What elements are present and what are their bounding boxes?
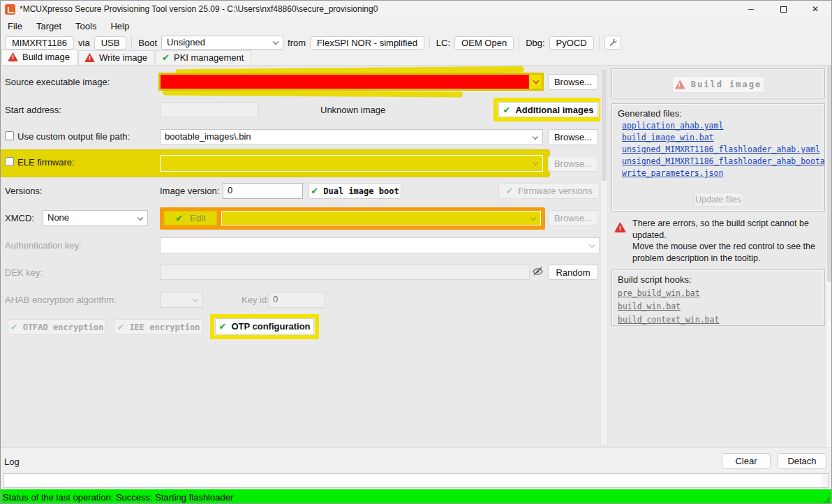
ele-firmware-label: ELE firmware:	[17, 157, 75, 168]
build-script-hooks-group: Build script hooks: pre_build_win.bat bu…	[611, 269, 825, 326]
ele-firmware-browse-button: Browse...	[548, 156, 598, 172]
window-scrollbar[interactable]	[826, 66, 832, 447]
menu-bar: File Target Tools Help	[1, 17, 831, 34]
tab-strip: Build image Write image ✔ PKI management	[1, 51, 831, 66]
xmcd-edit-button: ✔ Edit	[164, 211, 217, 225]
browse-label: Browse...	[554, 158, 592, 169]
close-button[interactable]: ✕	[799, 1, 831, 17]
menu-tools[interactable]: Tools	[68, 20, 103, 33]
check-icon: ✔	[505, 186, 513, 196]
source-image-browse-button[interactable]: Browse...	[548, 74, 598, 90]
scrollbar-thumb[interactable]	[602, 69, 607, 181]
image-version-label: Image version:	[160, 186, 219, 196]
ahab-algorithm-combobox	[160, 292, 203, 308]
menu-file[interactable]: File	[1, 20, 29, 33]
processor-button[interactable]: MIMXRT1186	[5, 36, 74, 50]
menu-target[interactable]: Target	[29, 20, 68, 33]
warning-icon	[614, 222, 626, 232]
toolbar-separator	[131, 36, 132, 49]
firmware-versions-label: Firmware versions	[518, 186, 592, 196]
generated-file-link[interactable]: unsigned_MIMXRT1186_flashloader_ahab_boo…	[622, 156, 824, 166]
minimize-button[interactable]: ─	[735, 1, 767, 17]
boot-type-combobox[interactable]: Unsigned	[161, 36, 283, 50]
check-icon: ✔	[117, 322, 124, 332]
connection-button[interactable]: USB	[94, 36, 127, 50]
versions-label: Versions:	[5, 186, 42, 196]
minimize-icon: ─	[748, 4, 755, 14]
eye-slash-icon[interactable]	[532, 265, 544, 280]
toolbar-separator	[519, 36, 519, 49]
ele-firmware-checkbox[interactable]	[5, 157, 14, 166]
debugger-button[interactable]: PyOCD	[549, 36, 594, 50]
iee-label: IEE encryption	[129, 323, 200, 332]
dek-random-button[interactable]: Random	[548, 265, 598, 280]
build-image-group: Build image	[611, 68, 825, 98]
key-id-label: Key id:	[242, 295, 269, 305]
highlight-marker	[163, 89, 463, 97]
tab-pki-management[interactable]: ✔ PKI management	[156, 50, 251, 65]
menu-help[interactable]: Help	[103, 20, 136, 33]
log-detach-button[interactable]: Detach	[778, 453, 826, 469]
build-image-button-label: Build image	[691, 80, 762, 89]
generated-file-link[interactable]: build_image_win.bat	[622, 133, 824, 142]
life-cycle-button[interactable]: OEM Open	[454, 36, 514, 50]
hook-link[interactable]: build_win.bat	[618, 302, 824, 311]
output-path-checkbox[interactable]	[5, 131, 14, 140]
xmcd-edit-label: Edit	[190, 213, 205, 223]
output-path-browse-button[interactable]: Browse...	[548, 129, 598, 145]
via-label: via	[78, 38, 90, 48]
chevron-down-icon	[533, 78, 539, 84]
close-icon: ✕	[812, 4, 819, 14]
xmcd-file-combobox[interactable]	[221, 211, 541, 225]
maximize-button[interactable]	[767, 1, 799, 17]
xmcd-browse-button: Browse...	[548, 210, 598, 226]
iee-encryption-button: ✔ IEE encryption	[114, 319, 203, 335]
tab-build-image[interactable]: Build image	[1, 50, 77, 65]
toolbar-separator	[599, 36, 600, 49]
generated-file-link[interactable]: write_parameters.json	[622, 168, 824, 178]
browse-label: Browse...	[554, 77, 592, 87]
hook-link[interactable]: pre_build_win.bat	[618, 288, 824, 298]
tab-build-image-label: Build image	[22, 52, 70, 62]
xmcd-label: XMCD:	[5, 213, 34, 223]
source-image-combobox[interactable]	[158, 73, 544, 91]
hook-link[interactable]: build_context_win.bat	[618, 315, 824, 325]
settings-wrench-button[interactable]	[604, 36, 621, 50]
form-scrollbar[interactable]	[600, 67, 608, 446]
image-version-value: 0	[228, 185, 232, 195]
ele-firmware-combobox[interactable]	[160, 155, 543, 172]
output-path-label: Use custom output file path:	[17, 131, 130, 142]
check-icon: ✔	[175, 213, 183, 223]
chevron-down-icon	[193, 296, 198, 302]
warning-icon	[8, 52, 18, 61]
from-label: from	[288, 38, 306, 48]
log-clear-button[interactable]: Clear	[722, 453, 771, 469]
update-files-button: Update files	[693, 193, 743, 207]
browse-label: Browse...	[554, 213, 592, 223]
otp-configuration-button[interactable]: ✔ OTP configuration	[215, 318, 314, 334]
dual-image-boot-button[interactable]: ✔ Dual image boot	[309, 183, 401, 199]
generated-file-link[interactable]: application_ahab.yaml	[622, 121, 824, 131]
chevron-down-icon	[533, 133, 538, 139]
chevron-down-icon	[273, 39, 278, 45]
image-info-label: Unknown image	[320, 105, 385, 115]
browse-label: Browse...	[554, 132, 592, 142]
chevron-down-icon	[589, 242, 595, 247]
log-textarea[interactable]	[3, 473, 829, 488]
output-path-combobox[interactable]: bootable_images\.bin	[160, 129, 543, 145]
otp-label: OTP configuration	[231, 321, 310, 332]
resize-grip[interactable]	[823, 496, 830, 503]
generated-file-link[interactable]: unsigned_MIMXRT1186_flashloader_ahab.yam…	[622, 144, 824, 154]
error-line-1: There are errors, so the build script ca…	[632, 218, 822, 241]
scrollbar-thumb[interactable]	[827, 66, 832, 282]
boot-device-button[interactable]: FlexSPI NOR - simplified	[310, 36, 424, 50]
lc-label: LC:	[436, 38, 450, 48]
dbg-label: Dbg:	[526, 38, 544, 48]
key-id-field: 0	[268, 292, 325, 308]
error-message-text: There are errors, so the build script ca…	[632, 218, 822, 264]
additional-images-button[interactable]: ✔ Additional images	[498, 102, 598, 117]
tab-write-image[interactable]: Write image	[78, 50, 155, 65]
xmcd-type-value: None	[47, 212, 69, 223]
image-version-field[interactable]: 0	[223, 183, 303, 199]
xmcd-type-combobox[interactable]: None	[43, 210, 148, 226]
